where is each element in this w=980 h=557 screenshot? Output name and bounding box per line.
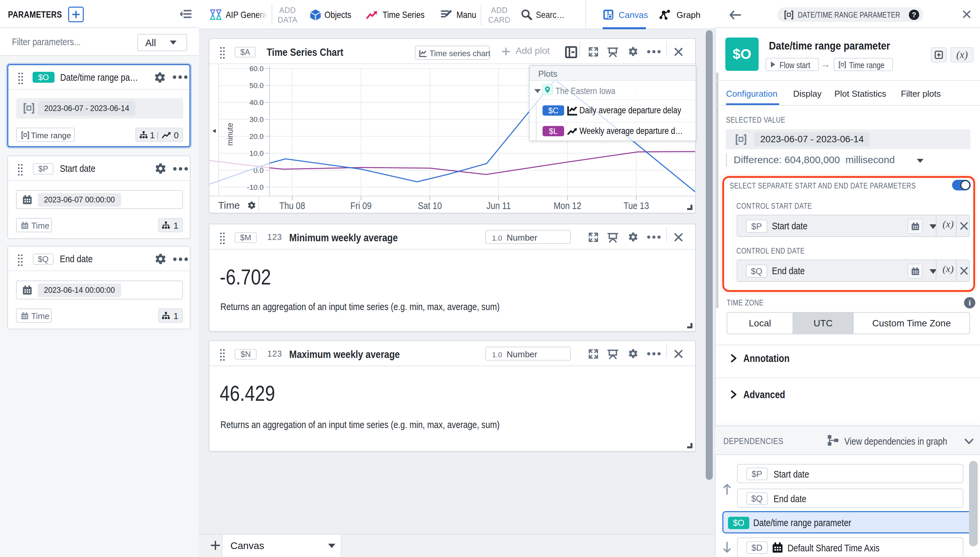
svg-text:10.0: 10.0: [249, 149, 264, 158]
svg-text:-10.0: -10.0: [247, 183, 264, 191]
svg-text:30.0: 30.0: [249, 115, 264, 124]
svg-text:50.0: 50.0: [249, 81, 264, 90]
svg-text:60.0: 60.0: [249, 65, 264, 73]
svg-text:20.0: 20.0: [249, 132, 264, 140]
svg-text:minute: minute: [226, 123, 234, 146]
svg-text:40.0: 40.0: [249, 98, 264, 107]
